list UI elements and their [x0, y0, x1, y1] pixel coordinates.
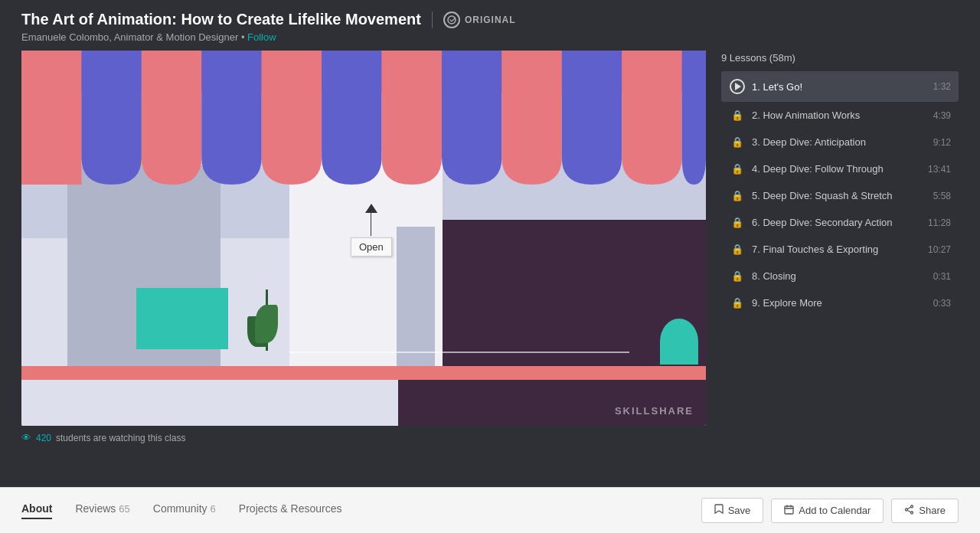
lesson-item-2[interactable]: 🔒2. How Animation Works4:39	[721, 102, 959, 129]
svg-point-0	[448, 16, 456, 24]
watch-count: 420	[36, 433, 51, 443]
lesson-title: 2. How Animation Works	[752, 110, 933, 121]
bottom-tab-community[interactable]: Community6	[153, 502, 216, 519]
follow-button[interactable]: Follow	[247, 31, 276, 43]
bottom-tabs: AboutReviews65Community6Projects & Resou…	[21, 502, 341, 519]
bottom-tab-reviews[interactable]: Reviews65	[75, 502, 129, 519]
lesson-duration: 0:31	[933, 271, 951, 282]
action-label: Save	[728, 505, 751, 516]
lock-icon: 🔒	[729, 136, 746, 148]
bookmark-icon	[714, 504, 724, 517]
video-illustration: Open SKILLSHARE	[21, 51, 706, 426]
lesson-item-8[interactable]: 🔒8. Closing0:31	[721, 263, 959, 289]
lesson-item-5[interactable]: 🔒5. Deep Dive: Squash & Stretch5:58	[721, 182, 959, 209]
author-name: Emanuele Colombo, Animator & Motion Desi…	[21, 31, 238, 43]
lock-icon: 🔒	[731, 270, 743, 282]
lock-icon: 🔒	[729, 244, 746, 255]
open-sign: Open	[351, 204, 392, 257]
bottom-actions: SaveAdd to CalendarShare	[701, 498, 959, 523]
lock-icon: 🔒	[729, 163, 746, 175]
author-row: Emanuele Colombo, Animator & Motion Desi…	[21, 31, 959, 43]
lock-icon: 🔒	[729, 297, 746, 309]
lesson-title: 3. Deep Dive: Anticipation	[752, 136, 933, 148]
eye-icon: 👁	[21, 432, 31, 443]
lesson-list: 1. Let's Go!1:32🔒2. How Animation Works4…	[721, 71, 959, 316]
lesson-title: 6. Deep Dive: Secondary Action	[752, 217, 928, 228]
awning-svg	[21, 51, 706, 204]
lock-icon: 🔒	[731, 110, 743, 121]
lesson-count: 9 Lessons (58m)	[721, 51, 959, 64]
bottom-tab-about[interactable]: About	[21, 502, 52, 519]
lock-icon: 🔒	[731, 136, 743, 148]
svg-rect-3	[785, 506, 793, 514]
lesson-item-6[interactable]: 🔒6. Deep Dive: Secondary Action11:28	[721, 209, 959, 236]
pink-bar	[21, 366, 706, 380]
lock-icon: 🔒	[731, 190, 743, 201]
save-button[interactable]: Save	[701, 498, 764, 523]
lock-icon: 🔒	[731, 217, 743, 228]
lesson-duration: 11:28	[928, 217, 951, 228]
gray-column	[397, 227, 435, 380]
lesson-duration: 4:39	[933, 110, 951, 121]
bottom-tab-projects-and-resources[interactable]: Projects & Resources	[239, 502, 342, 519]
tab-count: 6	[211, 503, 216, 515]
lesson-duration: 13:41	[928, 164, 951, 175]
original-badge: ORIGINAL	[443, 11, 516, 28]
lock-icon: 🔒	[729, 217, 746, 228]
add-to-calendar-button[interactable]: Add to Calendar	[771, 499, 884, 523]
action-label: Add to Calendar	[799, 505, 871, 516]
lesson-item-3[interactable]: 🔒3. Deep Dive: Anticipation9:12	[721, 129, 959, 155]
lesson-title: 4. Deep Dive: Follow Through	[752, 163, 928, 175]
lesson-title: 7. Final Touches & Exporting	[752, 244, 928, 255]
share-button[interactable]: Share	[891, 499, 959, 523]
lesson-item-1[interactable]: 1. Let's Go!1:32	[721, 71, 959, 102]
sign-board: Open	[351, 237, 392, 257]
teal-circle	[660, 319, 698, 365]
watching-bar: 👁 420 students are watching this class	[21, 432, 706, 443]
sign-string	[371, 213, 371, 236]
lesson-title: 1. Let's Go!	[752, 81, 933, 93]
lesson-duration: 10:27	[928, 244, 951, 255]
tab-count: 65	[119, 503, 129, 515]
share-icon	[904, 505, 914, 517]
lock-icon: 🔒	[729, 190, 746, 201]
header: The Art of Animation: How to Create Life…	[0, 0, 980, 51]
lesson-item-4[interactable]: 🔒4. Deep Dive: Follow Through13:41	[721, 155, 959, 182]
watching-text: students are watching this class	[56, 433, 185, 443]
action-label: Share	[919, 505, 946, 516]
lesson-duration: 0:33	[933, 298, 951, 309]
lesson-duration: 1:32	[933, 81, 951, 92]
title-divider	[432, 11, 433, 28]
video-player[interactable]: Open SKILLSHARE	[21, 51, 706, 426]
original-icon	[443, 11, 460, 28]
lesson-item-9[interactable]: 🔒9. Explore More0:33	[721, 289, 959, 316]
play-circle	[730, 79, 745, 94]
lesson-duration: 5:58	[933, 191, 951, 201]
lesson-title: 9. Explore More	[752, 297, 933, 309]
lock-icon: 🔒	[731, 297, 743, 309]
white-line	[289, 352, 629, 353]
watermark: SKILLSHARE	[615, 405, 694, 417]
video-section: Open SKILLSHARE 👁 420 students are watch…	[21, 51, 706, 487]
lesson-panel: 9 Lessons (58m) 1. Let's Go!1:32🔒2. How …	[721, 51, 959, 487]
lock-icon: 🔒	[731, 244, 743, 255]
bottom-nav: AboutReviews65Community6Projects & Resou…	[0, 487, 980, 533]
play-icon	[729, 79, 746, 94]
lock-icon: 🔒	[729, 270, 746, 282]
lock-icon: 🔒	[731, 163, 743, 175]
lesson-item-7[interactable]: 🔒7. Final Touches & Exporting10:27	[721, 236, 959, 263]
lock-icon: 🔒	[729, 110, 746, 121]
course-title: The Art of Animation: How to Create Life…	[21, 11, 421, 28]
teal-box	[136, 288, 228, 349]
calendar-icon	[784, 505, 794, 517]
sign-triangle	[365, 204, 377, 213]
lesson-duration: 9:12	[933, 137, 951, 148]
lesson-title: 5. Deep Dive: Squash & Stretch	[752, 190, 933, 201]
main-content: Open SKILLSHARE 👁 420 students are watch…	[0, 51, 980, 487]
lesson-title: 8. Closing	[752, 270, 933, 282]
plant	[251, 289, 282, 366]
